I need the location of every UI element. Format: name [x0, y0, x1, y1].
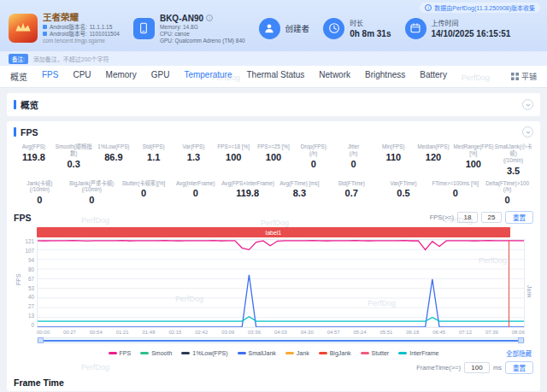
perfdog-report-page: 王者荣耀 Android版本名: 11.1.1.15 Android版本号: 1… — [0, 0, 547, 392]
stat-label: 1%Low(FPS) — [94, 143, 134, 150]
remark-bar[interactable]: 备注: 添加备注，不超过200个字符 — [0, 51, 547, 66]
tab-fps[interactable]: FPS — [42, 70, 58, 83]
remark-placeholder: 添加备注，不超过200个字符 — [33, 55, 109, 63]
fps-panel-header: FPS — [14, 126, 533, 137]
annotation-label: label1 — [266, 230, 282, 236]
scroll-handle-right[interactable] — [518, 337, 524, 343]
report-header: 王者荣耀 Android版本名: 11.1.1.15 Android版本号: 1… — [0, 0, 547, 51]
y-tick: 94 — [28, 258, 34, 263]
fps-chart: FPS 121107948067534027130 label1 00:0000… — [14, 227, 533, 343]
duration-value: 0h 8m 31s — [350, 29, 391, 38]
stat-value: 0.7 — [326, 188, 378, 198]
fps-threshold-controls: FPS(>=) 重置 — [430, 211, 533, 224]
stat-label: BigJank(严重卡顿)(/10min) — [66, 180, 118, 194]
version-name-value: 11.1.1.15 — [90, 24, 113, 30]
duration-info: 时长 0h 8m 31s — [323, 18, 391, 39]
collapse-overview-icon[interactable] — [522, 99, 533, 110]
y-tick: 27 — [28, 304, 34, 309]
stat-cell: Avg(InterFrame)0 — [169, 180, 221, 206]
legend-item-1-low-fps-[interactable]: 1%Low(FPS) — [181, 350, 227, 356]
stat-value: 1.1 — [133, 152, 174, 162]
creator-label: 创建者 — [285, 22, 310, 34]
grid-icon — [511, 73, 519, 80]
metric-tabs-bar: 概览FPSCPUMemoryGPUTemperatureThermal Stat… — [0, 66, 547, 88]
stat-label: Median(FPS) — [414, 143, 454, 150]
legend-marker — [285, 352, 294, 354]
stat-cell: Std(FTime)0.7 — [326, 180, 378, 206]
stat-cell: Var(FTime)0.5 — [378, 180, 430, 206]
stat-value: 100 — [214, 152, 254, 162]
stat-value: 0 — [118, 188, 170, 198]
collect-version-note: i 数据由PerfDog(11.3.250908)版本收集 — [420, 3, 540, 13]
stat-value: 119.8 — [14, 152, 54, 162]
tab-cpu[interactable]: CPU — [73, 70, 91, 83]
legend-item-fps[interactable]: FPS — [109, 350, 132, 356]
stat-label: Jitter(/h) — [333, 143, 373, 157]
x-tick: 04:03 — [274, 330, 287, 335]
overview-section-header: 概览 — [7, 93, 540, 116]
fps-threshold-label: FPS(>=) — [430, 214, 454, 221]
version-code-label: Android版本号: — [50, 31, 87, 37]
fps-reset-button[interactable]: 重置 — [505, 211, 533, 224]
stat-label: Drop(FPS)(/h) — [293, 143, 333, 157]
stat-cell: FPS>=25 [%]100 — [254, 143, 294, 176]
chart-scrollbar[interactable] — [37, 337, 525, 343]
stat-cell: 1%Low(FPS)86.9 — [94, 143, 134, 176]
stat-value: 100 — [254, 152, 294, 162]
x-tick: 02:15 — [168, 330, 181, 335]
y-tick: 80 — [28, 267, 34, 272]
device-info: BKQ-AN90 i Memory: 14.8G CPU: canoe GPU:… — [133, 14, 245, 44]
tab-gpu[interactable]: GPU — [151, 70, 170, 83]
hide-all-link[interactable]: 全部隐藏 — [506, 348, 532, 358]
stat-label: Var(FTime) — [378, 180, 430, 187]
y-tick: 53 — [28, 286, 34, 291]
tab-brightness[interactable]: Brightness — [365, 70, 405, 83]
fps-chart-header: FPS FPS(>=) 重置 — [14, 211, 533, 224]
stat-label: Avg(FPS) — [14, 143, 54, 150]
upload-value: 14/10/2025 16:15:51 — [432, 29, 511, 38]
version-name-label: Android版本名: — [50, 24, 87, 30]
stat-label: Min(FPS) — [373, 143, 414, 150]
frametime-reset-button[interactable]: 重置 — [505, 361, 533, 374]
tab-thermal-status[interactable]: Thermal Status — [247, 70, 305, 83]
tab-memory[interactable]: Memory — [106, 70, 137, 83]
info-icon[interactable]: i — [206, 15, 213, 21]
legend-marker — [140, 352, 149, 354]
stat-cell: FPS>=18 [%]100 — [214, 143, 254, 176]
tab-概览[interactable]: 概览 — [10, 70, 27, 83]
stat-value: 3.5 — [493, 166, 533, 176]
collapse-fps-icon[interactable] — [522, 126, 533, 137]
stat-cell: Var(FPS)1.3 — [174, 143, 214, 176]
legend-item-bigjank[interactable]: BigJank — [319, 350, 351, 356]
x-tick: 08:06 — [512, 330, 525, 335]
stat-cell: Stutter(卡顿率)[%]0 — [118, 180, 170, 206]
frametime-input[interactable] — [464, 362, 490, 373]
legend-item-jank[interactable]: Jank — [285, 350, 309, 356]
legend-item-smooth[interactable]: Smooth — [140, 350, 172, 356]
stat-value: 110 — [373, 152, 414, 162]
plot-area[interactable] — [37, 239, 525, 328]
legend-item-smalljank[interactable]: SmallJank — [238, 350, 276, 356]
user-icon — [259, 18, 280, 39]
app-version-code: Android版本号: 1101011504 — [43, 31, 120, 37]
tab-battery[interactable]: Battery — [420, 70, 447, 83]
tab-temperature[interactable]: Temperature — [184, 70, 232, 83]
scroll-handle-left[interactable] — [38, 337, 44, 343]
x-tick: 01:21 — [116, 330, 129, 335]
version-code-value: 1101011504 — [90, 31, 120, 37]
legend-item-stutter[interactable]: Stutter — [361, 350, 390, 356]
fps-threshold-input-2[interactable] — [481, 212, 502, 223]
annotation-label-bar[interactable]: label1 — [37, 227, 510, 237]
tab-network[interactable]: Network — [319, 70, 350, 83]
stat-value: 0 — [293, 159, 333, 169]
fps-threshold-input-1[interactable] — [457, 212, 478, 223]
x-tick: 07:39 — [485, 330, 498, 335]
app-version-name: Android版本名: 11.1.1.15 — [43, 24, 120, 30]
y-tick: 121 — [25, 239, 34, 244]
tile-layout-button[interactable]: 平铺 — [511, 71, 537, 82]
stat-cell: Avg(FPS)119.8 — [14, 143, 54, 176]
metric-tabs: 概览FPSCPUMemoryGPUTemperatureThermal Stat… — [10, 70, 447, 83]
y-axis-ticks: 121107948067534027130 — [22, 227, 37, 328]
x-tick: 06:45 — [432, 330, 445, 335]
legend-item-interframe[interactable]: InterFrame — [398, 350, 438, 356]
